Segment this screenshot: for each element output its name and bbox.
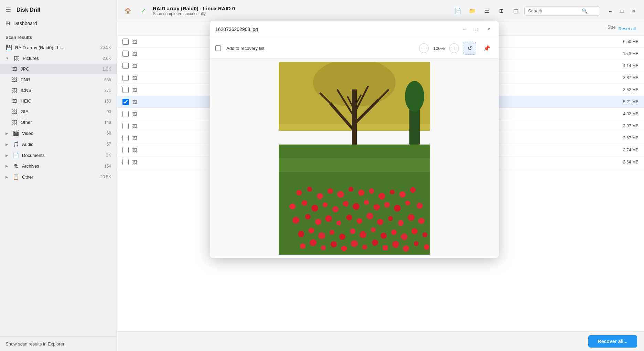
topbar-title: RAID array (Raid0) - Linux RAID 0	[153, 6, 448, 11]
svg-point-20	[328, 188, 333, 194]
raid-icon: 💾	[6, 44, 12, 51]
preview-image	[279, 62, 430, 255]
row-checkbox[interactable]	[122, 63, 129, 69]
zoom-in-button[interactable]: +	[449, 43, 459, 53]
pictures-icon: 🖼	[13, 55, 20, 61]
col-header-size[interactable]: Size	[550, 25, 615, 33]
documents-count: 3K	[106, 153, 111, 158]
svg-point-77	[392, 241, 399, 248]
modal-toolbar: Add to recovery list − 100% + ↺ 📌	[210, 38, 499, 58]
sidebar-items: 💾 RAID array (Raid0) - Li... 26.5K ▼ 🖼 P…	[0, 42, 117, 336]
svg-point-59	[339, 234, 345, 240]
svg-point-68	[300, 243, 305, 249]
search-icon: 🔍	[582, 8, 588, 14]
file-icon-button[interactable]: 📄	[452, 5, 464, 17]
svg-point-61	[359, 231, 366, 238]
svg-point-75	[372, 240, 378, 246]
sidebar-item-other[interactable]: ▶ 📋 Other 20.5K	[0, 171, 117, 182]
sidebar-item-dashboard[interactable]: ⊞ Dashboard	[0, 17, 117, 30]
row-checkbox[interactable]	[122, 99, 129, 105]
bottom-bar: Recover all...	[117, 331, 644, 351]
add-to-recovery-label: Add to recovery list	[226, 46, 265, 51]
row-checkbox[interactable]	[122, 87, 129, 93]
jpg-label: JPG	[21, 66, 100, 72]
file-size: 3,52 MB	[572, 87, 638, 92]
file-size: 2,64 MB	[572, 160, 638, 164]
sidebar-item-jpg[interactable]: 🖼 JPG 1.3K	[0, 64, 117, 74]
sidebar-item-gif[interactable]: 🖼 GIF 93	[0, 106, 117, 117]
svg-point-17	[297, 190, 302, 195]
maximize-button[interactable]: □	[617, 6, 627, 16]
sidebar-item-png[interactable]: 🖼 PNG 655	[0, 74, 117, 85]
sidebar-item-icns[interactable]: 🖼 ICNS 271	[0, 85, 117, 96]
other-pictures-icon: 🖼	[11, 119, 18, 125]
preview-modal: 1620736202908.jpg – □ × Add to recovery …	[210, 21, 499, 258]
modal-close-button[interactable]: ×	[484, 25, 493, 34]
row-checkbox[interactable]	[122, 51, 129, 57]
sidebar-item-heic[interactable]: 🖼 HEIC 163	[0, 96, 117, 106]
row-checkbox[interactable]	[122, 39, 129, 45]
row-checkbox[interactable]	[122, 159, 129, 165]
file-size: 6,50 MB	[572, 39, 638, 44]
home-button[interactable]: 🏠	[122, 6, 133, 17]
svg-point-51	[388, 216, 393, 221]
svg-point-41	[417, 203, 423, 209]
svg-point-35	[353, 203, 359, 210]
row-checkbox[interactable]	[122, 147, 129, 153]
modal-maximize-button[interactable]: □	[472, 25, 481, 34]
sidebar-item-pictures[interactable]: ▼ 🖼 Pictures 2.6K	[0, 53, 117, 64]
file-size: 5,21 MB	[572, 99, 638, 104]
other-pictures-count: 149	[104, 120, 111, 125]
reset-all-button[interactable]: Reset all	[615, 25, 638, 33]
sidebar-item-documents[interactable]: ▶ 📄 Documents 3K	[0, 150, 117, 161]
minimize-button[interactable]: –	[605, 6, 615, 16]
row-checkbox[interactable]	[122, 123, 129, 129]
svg-point-55	[298, 231, 304, 237]
sidebar-item-raid[interactable]: 💾 RAID array (Raid0) - Li... 26.5K	[0, 42, 117, 53]
row-checkbox[interactable]	[122, 111, 129, 117]
add-to-recovery-checkbox[interactable]	[215, 45, 221, 51]
heic-label: HEIC	[21, 98, 101, 104]
svg-point-40	[405, 201, 410, 205]
svg-point-74	[362, 245, 367, 249]
menu-icon[interactable]: ☰	[6, 6, 11, 14]
file-size: 4,02 MB	[572, 111, 638, 116]
documents-expand-icon: ▶	[6, 153, 8, 157]
pin-button[interactable]: 📌	[480, 42, 493, 55]
file-icon: 🖼	[132, 87, 137, 93]
svg-point-22	[348, 187, 353, 192]
folder-icon-button[interactable]: 📁	[466, 5, 478, 17]
svg-point-16	[405, 81, 424, 112]
file-size: 2,67 MB	[572, 136, 638, 140]
png-count: 655	[104, 77, 111, 82]
png-icon: 🖼	[11, 77, 18, 83]
svg-point-70	[321, 245, 326, 250]
sidebar-item-archives[interactable]: ▶ 🗜 Archives 154	[0, 161, 117, 171]
svg-point-45	[325, 215, 332, 222]
sidebar-item-other-pictures[interactable]: 🖼 Other 149	[0, 117, 117, 128]
close-button[interactable]: ✕	[629, 6, 638, 16]
row-checkbox[interactable]	[122, 75, 129, 81]
grid-view-button[interactable]: ⊞	[495, 5, 507, 17]
file-icon: 🖼	[132, 111, 137, 117]
modal-image-area	[210, 58, 499, 258]
show-in-explorer-button[interactable]: Show scan results in Explorer	[6, 341, 64, 347]
list-view-button[interactable]: ☰	[481, 5, 493, 17]
documents-label: Documents	[22, 153, 103, 158]
svg-point-69	[310, 239, 316, 246]
search-input[interactable]	[528, 8, 580, 13]
file-size: 3,74 MB	[572, 148, 638, 152]
panel-view-button[interactable]: ◫	[510, 5, 522, 17]
topbar-actions: 📄 📁 ☰ ⊞ ◫ 🔍 – □ ✕	[452, 5, 638, 17]
modal-minimize-button[interactable]: –	[460, 25, 469, 34]
dashboard-icon: ⊞	[6, 20, 10, 26]
zoom-out-button[interactable]: −	[419, 43, 429, 53]
recover-all-button[interactable]: Recover all...	[588, 335, 637, 348]
row-checkbox[interactable]	[122, 135, 129, 141]
sidebar-item-video[interactable]: ▶ 🎬 Video 68	[0, 128, 117, 139]
rotate-button[interactable]: ↺	[463, 42, 476, 55]
raid-count: 26.5K	[100, 45, 111, 50]
svg-point-28	[410, 187, 416, 193]
sidebar-item-audio[interactable]: ▶ 🎵 Audio 67	[0, 139, 117, 150]
file-size: 3,97 MB	[572, 124, 638, 128]
